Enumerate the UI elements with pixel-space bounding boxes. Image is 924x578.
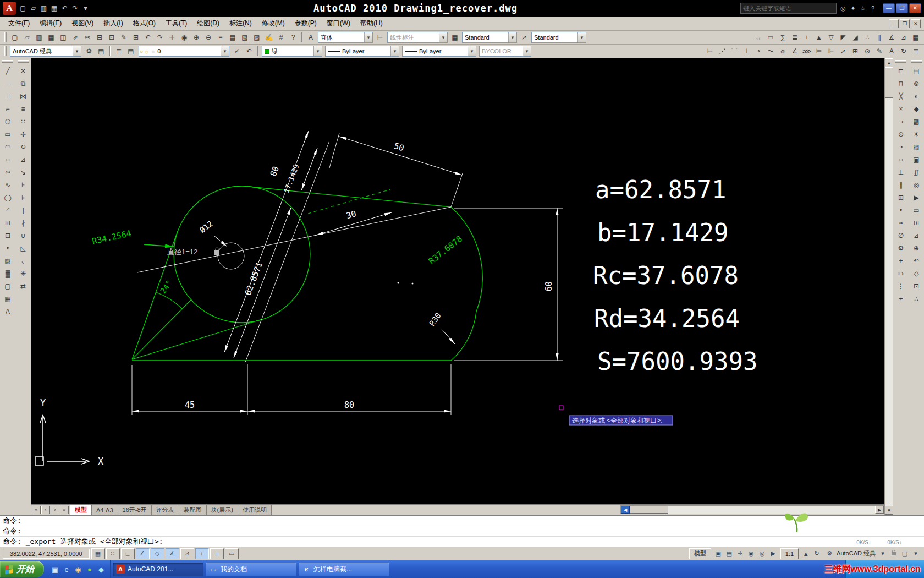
hscroll-track[interactable] [668,506,875,514]
make-object-layer-current[interactable]: ✓ [231,46,243,57]
dyn-toggle[interactable]: + [195,548,209,559]
polyline[interactable]: ⌐ [1,102,14,115]
annotation-visibility[interactable]: ▲ [800,548,811,559]
paste-clip[interactable]: ⊡ [106,32,118,43]
help[interactable]: ? [287,32,299,43]
search-go-icon[interactable]: ◎ [838,3,848,13]
menu-tools[interactable]: 工具(T) [161,17,192,30]
markup-set-manager[interactable]: ✍ [263,32,275,43]
copy[interactable]: ⧉ [16,77,30,90]
show-motion[interactable]: ▶ [910,191,923,204]
workspace-settings-gear[interactable]: ⚙ [83,46,95,57]
doc-close-button[interactable]: ✕ [911,19,921,28]
ucs-3point[interactable]: ∴ [910,292,923,305]
layer-combo[interactable]: ○☼■ 0 ▼ [139,46,229,57]
infocenter-search-input[interactable] [743,5,834,12]
dim-aligned[interactable]: ⋰ [716,46,728,57]
area-inquiry[interactable]: ▭ [765,32,777,43]
distance-inquiry[interactable]: ↔ [752,32,765,43]
model-space-button[interactable]: 模型 [689,548,711,559]
chamfer[interactable]: ◺ [16,242,30,254]
zoom-tool[interactable]: ◉ [746,548,757,559]
explode[interactable]: ✳ [16,267,30,280]
mirror[interactable]: ⋈ [16,90,30,102]
ellipse[interactable]: ◯ [1,191,14,204]
undo[interactable]: ↶ [142,32,154,43]
region-mass[interactable]: ∑ [777,32,789,43]
viewport-single[interactable]: ▭ [910,204,923,216]
menu-help[interactable]: 帮助(H) [355,17,388,30]
tab-block-display[interactable]: 块(展示) [206,505,238,515]
qp-toggle[interactable]: ▭ [225,548,239,559]
shade[interactable]: ▩ [910,115,923,128]
join[interactable]: ∪ [16,229,30,242]
arc[interactable]: ◠ [1,140,14,153]
qat-plot[interactable]: ▦ [49,3,59,14]
publish[interactable]: ⇗ [69,32,81,43]
thickness[interactable]: ⊿ [898,32,910,43]
erase[interactable]: ✕ [16,64,30,77]
minimize-button[interactable]: — [883,3,895,13]
favorites-icon[interactable]: ☆ [858,3,868,13]
named-ucs[interactable]: ⊿ [910,229,923,242]
style-icon[interactable]: ⊢ [374,32,386,43]
menu-view[interactable]: 视图(V) [67,17,98,30]
rectangle[interactable]: ▭ [1,128,14,140]
task-autocad[interactable]: A AutoCAD 201... [113,563,204,576]
quickcalc[interactable]: # [275,32,287,43]
dim-text-edit[interactable]: A [886,46,898,57]
chevron-down-icon[interactable]: ▼ [578,32,586,42]
draworder-front[interactable]: ▲ [813,32,825,43]
snap-to-insertion[interactable]: ⊞ [894,191,908,204]
extend[interactable]: ⊧ [16,191,30,204]
tab-assembly[interactable]: 装配图 [179,505,207,515]
units[interactable]: ∡ [886,32,898,43]
list-object[interactable]: ≣ [789,32,801,43]
point-filters[interactable]: ⋮ [894,280,908,292]
quick-dimension[interactable]: ⋙ [801,46,813,57]
qat-new[interactable]: ▢ [18,3,28,14]
prev-tab-button[interactable]: ‹ [41,506,50,514]
status-bar-menu[interactable]: ▾ [910,548,921,559]
workspace-switch-gear-icon[interactable]: ⚙ [824,548,835,559]
dim-continue[interactable]: ⊩ [825,46,837,57]
cut-clip[interactable]: ✂ [81,32,94,43]
locate-point[interactable]: + [801,32,813,43]
communication-center-icon[interactable]: ✦ [848,3,858,13]
qat-menu[interactable]: ▾ [80,3,91,14]
dim-angular[interactable]: ∠ [789,46,801,57]
vscroll-track[interactable] [885,67,893,506]
style-icon[interactable]: ▦ [449,32,461,43]
annotation-autoscale[interactable]: ↻ [811,548,822,559]
dim-baseline[interactable]: ⊨ [813,46,825,57]
pan-realtime[interactable]: ✛ [166,32,178,43]
snap-to-perpendicular[interactable]: ⊥ [894,166,908,178]
snap-to-tangent[interactable]: ○ [894,153,908,166]
qat-save[interactable]: ▥ [38,3,49,14]
tab-16k-8k[interactable]: 16开-8开 [118,505,152,515]
layer-on-icon[interactable]: ○ [139,48,144,54]
dim-jogged[interactable]: 〜 [765,46,777,57]
array[interactable]: ∷ [16,115,30,128]
model-space-canvas[interactable]: 50 80 17.1429 30 62.8571 Ø12 R30 60 45 8… [31,58,884,504]
hscroll-thumb[interactable] [630,506,668,514]
save-file[interactable]: ▥ [33,32,45,43]
make-block[interactable]: ⊡ [1,229,14,242]
open-file[interactable]: ▱ [21,32,33,43]
dim-radius[interactable]: ◔ [752,46,765,57]
workspace-save[interactable]: ▤ [95,46,107,57]
tab-model[interactable]: 模型 [70,505,92,515]
lights[interactable]: ☀ [910,128,923,140]
orbit-3d[interactable]: ⊚ [910,77,923,90]
show-motion-tool[interactable]: ▶ [768,548,779,559]
polygon[interactable]: ⬡ [1,115,14,128]
stretch[interactable]: ↘ [16,166,30,178]
quick-launch-green-app[interactable]: ● [85,564,95,574]
command-input-line[interactable]: 命令: _export 选择对象或 <全部对象和视口>: [0,537,924,547]
scroll-right-button[interactable]: ▶ [875,506,884,514]
snap-to-quadrant[interactable]: ◔ [894,140,908,153]
ucs-previous[interactable]: ↶ [910,254,923,267]
tab-a4-a3[interactable]: A4-A3 [91,505,118,515]
insert-block[interactable]: ⊞ [1,216,14,229]
layer-freeze-icon[interactable]: ☼ [144,48,150,54]
